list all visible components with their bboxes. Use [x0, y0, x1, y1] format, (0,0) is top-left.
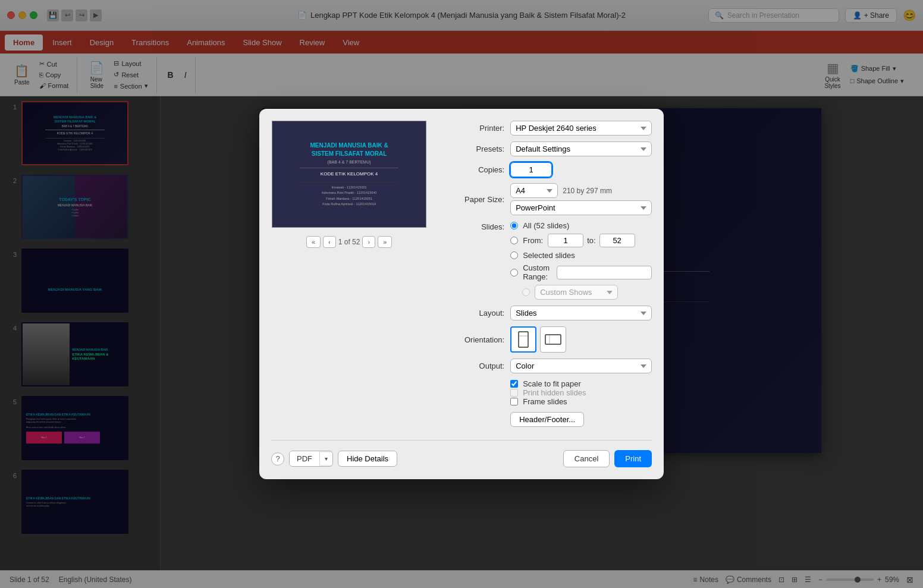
layout-row: Layout: Slides — [439, 306, 652, 320]
preview-left: MENJADI MANUSIA BAIK &SISTEM FILSAFAT MO… — [271, 121, 427, 433]
layout-label: Layout: — [439, 309, 504, 317]
print-settings: Printer: HP Deskjet 2640 series Presets:… — [439, 121, 652, 433]
slides-control: All (52 slides) From: to: — [510, 221, 652, 300]
orientation-buttons — [510, 326, 652, 353]
presets-row: Presets: Default Settings — [439, 142, 652, 156]
slides-from-label: From: — [523, 236, 543, 245]
print-dialog-overlay: MENJADI MANUSIA BAIK &SISTEM FILSAFAT MO… — [0, 0, 923, 588]
to-label: to: — [587, 236, 595, 245]
layout-select[interactable]: Slides — [510, 306, 652, 320]
slides-selected-option: Selected slides — [510, 251, 652, 260]
presets-control: Default Settings — [510, 142, 652, 156]
frame-slides-checkbox[interactable] — [510, 398, 518, 405]
slides-all-option: All (52 slides) — [510, 221, 652, 230]
orientation-control — [510, 326, 652, 353]
help-button[interactable]: ? — [271, 452, 284, 466]
preview-slide-image: MENJADI MANUSIA BAIK &SISTEM FILSAFAT MO… — [272, 121, 426, 228]
printer-select[interactable]: HP Deskjet 2640 series — [510, 121, 652, 136]
dialog-divider — [271, 440, 652, 441]
printer-row: Printer: HP Deskjet 2640 series — [439, 121, 652, 136]
layout-control: Slides — [510, 306, 652, 320]
slides-from-option: From: to: — [510, 234, 652, 247]
dialog-bottom-right: Cancel Print — [563, 450, 652, 467]
copies-label: Copies: — [439, 165, 504, 174]
slides-custom-range-option: Custom Range: — [510, 263, 652, 281]
cancel-button[interactable]: Cancel — [563, 450, 610, 467]
svg-rect-0 — [519, 332, 528, 347]
portrait-button[interactable] — [510, 326, 536, 353]
first-page-button[interactable]: « — [306, 236, 321, 248]
last-page-button[interactable]: » — [378, 236, 392, 248]
page-info: 1 of 52 — [338, 238, 360, 246]
frame-slides-item: Frame slides — [510, 397, 652, 406]
dialog-bottom-left: ? PDF ▾ Hide Details — [271, 451, 397, 467]
slides-selected-label: Selected slides — [523, 251, 574, 260]
frame-slides-label: Frame slides — [523, 397, 567, 406]
header-footer-button[interactable]: Header/Footer... — [510, 412, 584, 427]
print-dialog: MENJADI MANUSIA BAIK &SISTEM FILSAFAT MO… — [259, 109, 664, 479]
header-footer-row: Header/Footer... — [439, 412, 652, 427]
copies-control — [510, 162, 652, 177]
scale-to-fit-checkbox[interactable] — [510, 380, 518, 388]
checkboxes-control: Scale to fit paper Print hidden slides F… — [510, 379, 652, 406]
from-input[interactable] — [548, 234, 583, 247]
paper-type-select[interactable]: PowerPoint — [510, 200, 652, 215]
slides-selected-radio[interactable] — [510, 251, 518, 259]
paper-size-select[interactable]: A4 — [510, 183, 558, 198]
printer-control: HP Deskjet 2640 series — [510, 121, 652, 136]
slides-all-label: All (52 slides) — [523, 221, 569, 230]
next-page-button[interactable]: › — [362, 236, 375, 248]
paper-size-row: Paper Size: A4 210 by 297 mm PowerPoint — [439, 183, 652, 215]
copies-row: Copies: — [439, 162, 652, 177]
output-control: Color — [510, 359, 652, 373]
output-label: Output: — [439, 361, 504, 370]
pdf-arrow[interactable]: ▾ — [319, 452, 332, 465]
custom-range-input[interactable] — [557, 266, 652, 279]
pdf-label[interactable]: PDF — [290, 451, 319, 466]
presets-label: Presets: — [439, 144, 504, 153]
prev-page-button[interactable]: ‹ — [323, 236, 336, 248]
slides-radio-group: All (52 slides) From: to: — [510, 221, 652, 300]
slides-custom-range-radio[interactable] — [510, 269, 518, 276]
preview-nav: « ‹ 1 of 52 › » — [306, 236, 392, 248]
custom-shows-select[interactable]: Custom Shows — [535, 285, 618, 300]
preview-section: MENJADI MANUSIA BAIK &SISTEM FILSAFAT MO… — [271, 121, 652, 433]
paper-size-control: A4 210 by 297 mm PowerPoint — [510, 183, 652, 215]
orientation-row: Orientation: — [439, 326, 652, 353]
header-footer-control: Header/Footer... — [510, 412, 652, 427]
printer-label: Printer: — [439, 124, 504, 133]
output-row: Output: Color — [439, 359, 652, 373]
presets-select[interactable]: Default Settings — [510, 142, 652, 156]
hide-details-button[interactable]: Hide Details — [338, 451, 397, 467]
scale-row: Scale to fit paper Print hidden slides F… — [439, 379, 652, 406]
pdf-button: PDF ▾ — [289, 451, 333, 467]
scale-to-fit-item: Scale to fit paper — [510, 379, 652, 388]
print-button[interactable]: Print — [614, 450, 652, 467]
slides-custom-shows-option: Custom Shows — [522, 285, 652, 300]
portrait-icon — [517, 331, 529, 348]
copies-input[interactable] — [510, 162, 552, 177]
to-input[interactable] — [599, 234, 635, 247]
print-hidden-item: Print hidden slides — [510, 388, 652, 397]
custom-shows-radio[interactable] — [522, 288, 530, 296]
print-hidden-label: Print hidden slides — [523, 388, 586, 397]
landscape-button[interactable] — [540, 326, 566, 353]
output-select[interactable]: Color — [510, 359, 652, 373]
dialog-bottom: ? PDF ▾ Hide Details Cancel Print — [271, 450, 652, 467]
range-inputs: to: — [548, 234, 635, 247]
orientation-label: Orientation: — [439, 335, 504, 344]
print-hidden-checkbox[interactable] — [510, 389, 518, 397]
scale-to-fit-label: Scale to fit paper — [523, 379, 581, 388]
svg-rect-2 — [545, 335, 561, 344]
slides-row: Slides: All (52 slides) From: — [439, 221, 652, 300]
slides-all-radio[interactable] — [510, 222, 518, 229]
paper-size-label: Paper Size: — [439, 195, 504, 204]
slides-label: Slides: — [439, 221, 504, 231]
paper-dimensions: 210 by 297 mm — [563, 187, 612, 195]
landscape-icon — [545, 334, 561, 345]
slides-custom-range-label: Custom Range: — [523, 263, 550, 281]
slides-from-radio[interactable] — [510, 237, 518, 244]
